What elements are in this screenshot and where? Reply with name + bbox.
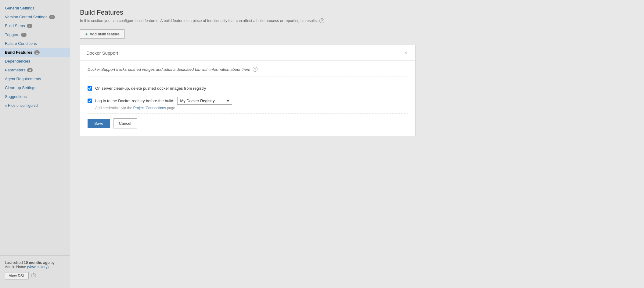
sidebar: General SettingsVersion Control Settings… xyxy=(0,0,70,288)
sidebar-item-suggestions[interactable]: Suggestions xyxy=(0,92,70,101)
sidebar-item-build-features[interactable]: Build Features1 xyxy=(0,48,70,57)
view-dsl-button[interactable]: View DSL xyxy=(5,272,29,279)
save-button[interactable]: Save xyxy=(88,119,110,128)
close-docker-card-button[interactable]: × xyxy=(403,49,409,56)
docker-description-help-icon[interactable]: ? xyxy=(253,67,257,72)
docker-card-body: Docker Support tracks pushed images and … xyxy=(80,61,415,136)
sidebar-item-clean-up-settings[interactable]: Clean-up Settings xyxy=(0,83,70,92)
sidebar-footer: Last edited 10 months ago by Admin Name … xyxy=(0,255,70,284)
sidebar-item-label: Dependencies xyxy=(5,59,30,63)
page-title: Build Features xyxy=(80,9,634,16)
sidebar-badge: 1 xyxy=(21,33,27,37)
sidebar-item-version-control-settings[interactable]: Version Control Settings1 xyxy=(0,13,70,21)
sidebar-item-general-settings[interactable]: General Settings xyxy=(0,4,70,13)
main-content: Build Features In this section you can c… xyxy=(70,0,644,288)
docker-description: Docker Support tracks pushed images and … xyxy=(88,67,408,77)
sidebar-badge: 1 xyxy=(34,50,40,55)
login-row-top: Log in to the Docker registry before the… xyxy=(88,97,408,105)
docker-card-title: Docker Support xyxy=(86,50,118,56)
project-connections-link[interactable]: Project Connections xyxy=(133,106,166,110)
login-checkbox-label: Log in to the Docker registry before the… xyxy=(95,99,174,103)
plus-icon: + xyxy=(85,31,88,37)
sidebar-item-agent-requirements[interactable]: Agent Requirements xyxy=(0,74,70,83)
sidebar-item-label: Clean-up Settings xyxy=(5,85,36,90)
login-row-wrapper: Log in to the Docker registry before the… xyxy=(88,94,408,113)
docker-support-card: Docker Support × Docker Support tracks p… xyxy=(80,45,416,136)
sidebar-item-triggers[interactable]: Triggers1 xyxy=(0,30,70,39)
sidebar-badge: 2 xyxy=(27,24,32,28)
sidebar-item-label: Agent Requirements xyxy=(5,77,41,81)
page-description: In this section you can configure build … xyxy=(80,18,634,23)
sidebar-item-label: Failure Conditions xyxy=(5,41,37,46)
registry-select[interactable]: My Docker Registry xyxy=(177,97,232,105)
sidebar-item-label: Build Features xyxy=(5,50,32,55)
docker-card-header: Docker Support × xyxy=(80,45,415,61)
sidebar-item-label: Version Control Settings xyxy=(5,15,47,19)
credentials-hint: Add credentials via the Project Connecti… xyxy=(95,106,408,110)
login-checkbox[interactable] xyxy=(88,99,92,103)
cleanup-checkbox[interactable] xyxy=(88,86,92,91)
sidebar-item-label: Build Steps xyxy=(5,23,25,28)
view-dsl-help-icon[interactable]: ? xyxy=(31,273,36,278)
sidebar-item-label: General Settings xyxy=(5,6,34,10)
sidebar-badge: 4 xyxy=(27,68,33,72)
hide-unconfigured-link[interactable]: « Hide unconfigured xyxy=(0,101,70,110)
view-history-link[interactable]: (view history) xyxy=(27,265,49,269)
sidebar-item-parameters[interactable]: Parameters4 xyxy=(0,66,70,74)
cleanup-checkbox-label: On server clean-up, delete pushed docker… xyxy=(95,86,206,91)
sidebar-item-build-steps[interactable]: Build Steps2 xyxy=(0,21,70,30)
sidebar-item-label: Triggers xyxy=(5,32,19,37)
cleanup-checkbox-row: On server clean-up, delete pushed docker… xyxy=(88,83,408,94)
view-dsl-row: View DSL ? xyxy=(5,272,65,279)
last-edited-text: Last edited 10 months ago by Admin Name … xyxy=(5,261,65,269)
page-description-help-icon[interactable]: ? xyxy=(319,18,324,23)
add-build-feature-button[interactable]: + Add build feature xyxy=(80,29,125,39)
sidebar-badge: 1 xyxy=(49,15,55,19)
sidebar-item-failure-conditions[interactable]: Failure Conditions xyxy=(0,39,70,48)
form-actions: Save Cancel xyxy=(88,113,408,130)
sidebar-item-label: Suggestions xyxy=(5,94,27,99)
cancel-button[interactable]: Cancel xyxy=(113,118,137,128)
sidebar-item-dependencies[interactable]: Dependencies xyxy=(0,57,70,66)
sidebar-item-label: Parameters xyxy=(5,68,25,72)
